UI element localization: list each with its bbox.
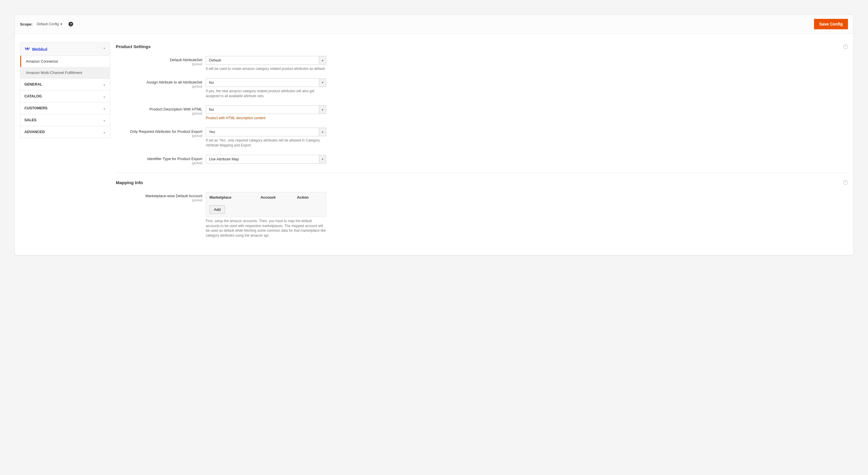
header-bar: Scope: Default Config ▾ ? Save Config [15,15,853,34]
sidebar-subitems: Amazon Connector Amazon Multi-Channel Fu… [20,56,110,78]
field-label-text: Assign Attribute to all AttributeSet [147,80,202,84]
field-default-attributeset: Default AttributeSet [global] Default ▾ … [116,54,848,76]
chevron-down-icon: ⌄ [103,106,105,110]
select-value: Yes [206,128,319,136]
section-head-mapping-info: Mapping Info ⌃ [116,178,848,190]
select-default-attributeset[interactable]: Default ▾ [206,56,326,65]
sidebar-category-label: CATALOG [24,94,42,98]
field-label: Default AttributeSet [global] [116,56,206,66]
chevron-down-icon: ▾ [60,22,62,26]
field-scope: [global] [116,161,202,165]
webkul-logo-icon [24,46,30,52]
mapping-table: Marketplace Account Action Add [206,192,326,217]
sidebar-category-label: GENERAL [24,82,42,87]
sidebar-category-advanced[interactable]: ADVANCED ⌄ [20,126,110,138]
field-control: No ▾ Product with HTML description conte… [206,105,326,121]
field-control: Default ▾ It will be used to create amaz… [206,56,326,71]
select-required-only[interactable]: Yes ▾ [206,128,326,136]
field-scope: [global] [116,198,202,202]
sidebar-category-sales[interactable]: SALES ⌄ [20,114,110,126]
field-label: Marketplace-wise Default Account [global… [116,192,206,202]
select-identifier-type[interactable]: Use Attribute Map ▾ [206,155,326,164]
chevron-down-icon: ▾ [319,56,326,65]
scope-selector[interactable]: Default Config ▾ [37,22,62,26]
field-label-text: Identifier Type for Product Export [147,157,202,161]
field-label: Only Required Attributes for Product Exp… [116,128,206,137]
field-label: Product Description With HTML [global] [116,105,206,115]
sidebar-group-webkul: Webkul ⌃ Amazon Connector Amazon Multi-C… [20,42,110,78]
field-control: No ▾ If yes, the new amazon category rel… [206,78,326,99]
mapping-table-body: Add [206,202,326,216]
chevron-up-icon: ⌃ [103,47,105,51]
chevron-down-icon: ▾ [319,78,326,87]
save-config-button[interactable]: Save Config [814,19,848,29]
field-note: First, setup the amazon accounts. Then, … [206,219,326,238]
select-description-html[interactable]: No ▾ [206,105,326,114]
field-label-text: Only Required Attributes for Product Exp… [130,129,202,134]
section-title: Product Settings [116,44,151,49]
select-assign-attribute[interactable]: No ▾ [206,78,326,87]
scope-value-text: Default Config [37,22,59,26]
collapse-icon[interactable]: ⌃ [843,180,848,185]
field-description-html: Product Description With HTML [global] N… [116,104,848,126]
section-title: Mapping Info [116,180,143,185]
sidebar: Webkul ⌃ Amazon Connector Amazon Multi-C… [20,42,110,138]
sidebar-item-label: Amazon Connector [26,59,58,64]
field-scope: [global] [116,112,202,115]
field-control: Yes ▾ If set as 'Yes', only required cat… [206,128,326,148]
sidebar-item-label: Amazon Multi-Channel Fulfillment [26,70,82,75]
column-action: Action [297,195,322,200]
field-label-text: Marketplace-wise Default Account [145,194,202,198]
chevron-down-icon: ⌄ [103,83,105,87]
field-note: If yes, the new amazon category related … [206,89,326,99]
field-label: Assign Attribute to all AttributeSet [gl… [116,78,206,88]
field-scope: [global] [116,134,202,137]
field-assign-attribute: Assign Attribute to all AttributeSet [gl… [116,76,848,104]
field-required-only: Only Required Attributes for Product Exp… [116,126,848,153]
sidebar-category-general[interactable]: GENERAL ⌄ [20,78,110,91]
field-scope: [global] [116,62,202,66]
help-icon[interactable]: ? [68,22,73,26]
sidebar-group-header[interactable]: Webkul ⌃ [20,43,110,56]
main-content: Product Settings ⌃ Default AttributeSet … [116,42,848,243]
brand: Webkul [24,46,47,52]
chevron-down-icon: ▾ [319,105,326,114]
field-note: It will be used to create amazon categor… [206,66,326,71]
add-mapping-button[interactable]: Add [210,205,225,214]
select-value: No [206,105,319,114]
field-scope: [global] [116,85,202,88]
field-note: Product with HTML description content [206,116,326,121]
scope-label: Scope: [20,22,32,26]
sidebar-item-amazon-connector[interactable]: Amazon Connector [20,56,110,67]
chevron-down-icon: ⌄ [103,118,105,122]
sidebar-item-amazon-mcf[interactable]: Amazon Multi-Channel Fulfillment [20,67,110,78]
field-label-text: Default AttributeSet [170,58,202,62]
config-panel: Scope: Default Config ▾ ? Save Config We… [14,14,854,255]
header-left: Scope: Default Config ▾ ? [20,22,73,26]
body-area: Webkul ⌃ Amazon Connector Amazon Multi-C… [15,34,853,255]
collapse-icon[interactable]: ⌃ [843,44,848,49]
sidebar-category-catalog[interactable]: CATALOG ⌄ [20,90,110,102]
mapping-table-head: Marketplace Account Action [206,192,326,202]
select-value: Use Attribute Map [206,155,319,164]
field-note: If set as 'Yes', only required category … [206,138,326,148]
column-marketplace: Marketplace [210,195,260,200]
sidebar-category-customers[interactable]: CUSTOMERS ⌄ [20,102,110,114]
field-control: Marketplace Account Action Add First, se… [206,192,326,238]
select-value: No [206,78,319,87]
field-identifier-type: Identifier Type for Product Export [glob… [116,153,848,170]
field-marketplace-account: Marketplace-wise Default Account [global… [116,190,848,243]
sidebar-category-label: ADVANCED [24,130,45,134]
chevron-down-icon: ⌄ [103,130,105,134]
field-control: Use Attribute Map ▾ [206,155,326,164]
section-head-product-settings: Product Settings ⌃ [116,42,848,54]
sidebar-category-label: CUSTOMERS [24,106,48,110]
sidebar-category-label: SALES [24,118,37,122]
select-value: Default [206,56,319,65]
section-divider [116,173,848,173]
chevron-down-icon: ⌄ [103,95,105,98]
chevron-down-icon: ▾ [319,155,326,164]
field-label: Identifier Type for Product Export [glob… [116,155,206,165]
field-label-text: Product Description With HTML [150,107,202,111]
chevron-down-icon: ▾ [319,128,326,136]
